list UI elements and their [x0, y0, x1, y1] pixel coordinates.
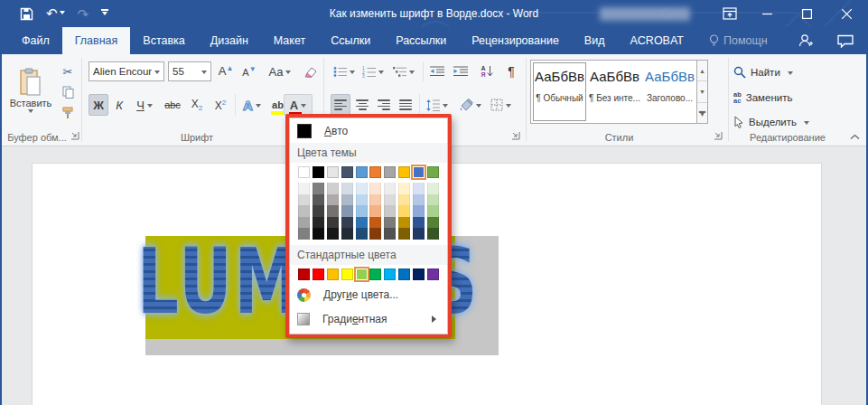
tint-swatch[interactable] — [369, 194, 381, 206]
standard-color-swatch[interactable] — [356, 268, 368, 280]
decrease-indent-button[interactable] — [426, 61, 448, 81]
tab-главная[interactable]: Главная — [62, 27, 131, 54]
tint-swatch[interactable] — [298, 194, 310, 206]
tint-swatch[interactable] — [384, 205, 396, 217]
sort-button[interactable]: АЯ — [475, 61, 499, 81]
justify-button[interactable] — [396, 94, 415, 116]
theme-color-swatch[interactable] — [427, 166, 439, 178]
bullets-caret[interactable] — [350, 71, 355, 77]
tint-swatch[interactable] — [413, 205, 425, 217]
tint-swatch[interactable] — [413, 183, 425, 194]
tint-swatch[interactable] — [327, 228, 339, 240]
tab-дизайн[interactable]: Дизайн — [198, 27, 261, 54]
tint-swatch[interactable] — [398, 183, 410, 194]
tint-swatch[interactable] — [356, 228, 368, 240]
tint-swatch[interactable] — [369, 205, 381, 217]
borders-button[interactable] — [486, 94, 515, 116]
borders-caret[interactable] — [506, 104, 511, 110]
tint-swatch[interactable] — [413, 228, 425, 240]
tint-swatch[interactable] — [341, 228, 353, 240]
shrink-font-button[interactable]: А▼ — [238, 61, 260, 81]
change-case-button[interactable]: Aa — [266, 61, 294, 81]
tint-swatch[interactable] — [398, 205, 410, 217]
tint-swatch[interactable] — [356, 183, 368, 194]
tint-swatch[interactable] — [413, 194, 425, 206]
standard-color-swatch[interactable] — [313, 268, 324, 280]
paste-caret[interactable] — [28, 109, 33, 116]
redo-icon[interactable]: ↷ — [78, 7, 89, 21]
tint-swatch[interactable] — [427, 217, 439, 229]
tint-swatch[interactable] — [313, 205, 324, 217]
collapse-ribbon-button[interactable] — [850, 134, 860, 140]
font-color-button[interactable]: А — [284, 94, 313, 116]
bullets-button[interactable] — [331, 61, 358, 81]
tint-swatch[interactable] — [313, 217, 324, 229]
tint-swatch[interactable] — [384, 183, 396, 194]
tint-swatch[interactable] — [427, 228, 439, 240]
tab-файл[interactable]: Файл — [9, 27, 62, 54]
tint-swatch[interactable] — [298, 228, 310, 240]
font-color-caret[interactable] — [301, 104, 306, 110]
theme-color-swatch[interactable] — [327, 166, 339, 178]
tab-рецензирование[interactable]: Рецензирование — [459, 27, 572, 54]
font-name-combo[interactable]: Alien Encour — [89, 61, 164, 81]
tab-помощн[interactable]: Помощн — [696, 27, 780, 54]
standard-color-swatch[interactable] — [298, 268, 310, 280]
tab-макет[interactable]: Макет — [261, 27, 318, 54]
tint-swatch[interactable] — [341, 183, 353, 194]
theme-color-swatch[interactable] — [341, 166, 353, 178]
align-right-button[interactable] — [374, 94, 394, 116]
format-painter-button[interactable] — [57, 104, 79, 122]
select-caret[interactable] — [804, 121, 809, 127]
increase-indent-button[interactable] — [450, 61, 471, 81]
undo-button[interactable]: ↶ — [46, 5, 65, 22]
tint-swatch[interactable] — [298, 205, 310, 217]
replace-button[interactable]: abac Заменить — [733, 88, 792, 108]
tint-swatch[interactable] — [327, 183, 339, 194]
tint-swatch[interactable] — [369, 183, 381, 194]
tint-swatch[interactable] — [313, 183, 324, 194]
bold-button[interactable]: Ж — [89, 94, 108, 116]
copy-button[interactable] — [57, 83, 79, 101]
undo-caret[interactable] — [60, 11, 65, 17]
theme-color-swatch[interactable] — [398, 166, 410, 178]
subscript-button[interactable]: X2 — [186, 94, 208, 116]
numbering-button[interactable]: 123 — [359, 61, 387, 81]
show-marks-button[interactable]: ¶ — [500, 61, 522, 81]
minimize-button[interactable] — [747, 0, 787, 27]
align-center-button[interactable] — [352, 94, 372, 116]
shading-button[interactable] — [455, 94, 484, 116]
line-spacing-caret[interactable] — [443, 104, 448, 110]
align-left-button[interactable] — [331, 94, 350, 116]
tab-вставка[interactable]: Вставка — [130, 27, 197, 54]
tab-ссылки[interactable]: Ссылки — [318, 27, 383, 54]
tint-swatch[interactable] — [384, 217, 396, 229]
styles-dialog-launcher[interactable] — [714, 131, 724, 142]
underline-caret[interactable] — [147, 104, 153, 110]
save-icon[interactable] — [20, 7, 33, 21]
tint-swatch[interactable] — [327, 194, 339, 206]
find-caret[interactable] — [788, 71, 793, 78]
tint-swatch[interactable] — [327, 205, 339, 217]
tint-swatch[interactable] — [384, 228, 396, 240]
standard-color-swatch[interactable] — [427, 268, 439, 280]
style-item[interactable]: АаБбВв¶ Обычный — [533, 62, 586, 121]
grow-font-button[interactable]: А▲ — [215, 61, 237, 81]
theme-color-swatch[interactable] — [369, 166, 381, 178]
tint-swatch[interactable] — [384, 194, 396, 206]
tab-acrobat[interactable]: ACROBAT — [617, 27, 696, 54]
tint-swatch[interactable] — [313, 228, 324, 240]
tint-swatch[interactable] — [356, 205, 368, 217]
shading-caret[interactable] — [476, 104, 481, 110]
ribbon-display-options-button[interactable] — [720, 5, 740, 23]
standard-color-swatch[interactable] — [398, 268, 410, 280]
standard-color-swatch[interactable] — [369, 268, 381, 280]
theme-color-swatch[interactable] — [298, 166, 310, 178]
tint-swatch[interactable] — [369, 217, 381, 229]
tint-swatch[interactable] — [356, 217, 368, 229]
multilevel-list-button[interactable] — [388, 61, 419, 81]
styles-scroll-down-button[interactable]: ▼ — [697, 81, 707, 102]
underline-button[interactable]: Ч — [130, 94, 159, 116]
tint-swatch[interactable] — [313, 194, 324, 206]
tint-swatch[interactable] — [398, 217, 410, 229]
